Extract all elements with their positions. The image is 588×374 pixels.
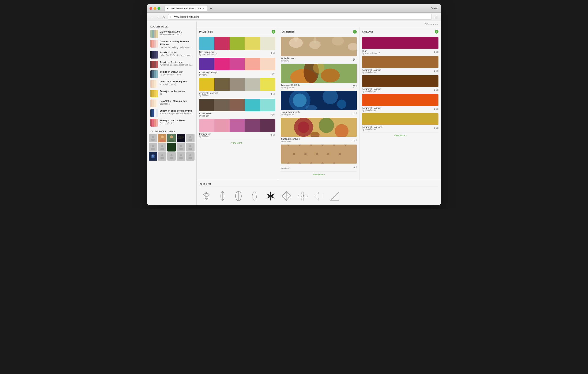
svg-point-68 (304, 153, 306, 155)
minimize-button[interactable] (154, 7, 156, 10)
peek-item[interactable]: Trixxie on usted Hello, Tirzah! Great to… (149, 50, 195, 60)
pattern-comment-count: 💬 0 (353, 85, 357, 87)
shapes-title: SHAPES (200, 183, 438, 187)
color-swatch (362, 75, 439, 87)
refresh-button[interactable]: ↻ (162, 14, 167, 20)
svg-point-16 (152, 145, 154, 147)
pattern-image (281, 64, 357, 83)
avatar[interactable] (149, 152, 157, 160)
peek-item[interactable]: rv.nv123 on Morning Sun Beautiful! ;) (149, 98, 195, 108)
palette-card[interactable]: In the Wake by TiffParr 💬 0 (199, 99, 275, 117)
avatar[interactable] (186, 143, 195, 151)
forward-button[interactable]: → (156, 14, 160, 20)
pattern-card[interactable]: . by atriarief 💬 0 (281, 145, 357, 169)
peek-thumbnail (150, 70, 158, 78)
avatar[interactable] (186, 134, 195, 142)
avatar[interactable] (167, 143, 176, 151)
pattern-card[interactable]: White Bunnies by ghake 💬 1 (281, 37, 357, 62)
pattern-card[interactable]: Autumnal Goldfish by MistyAamen 💬 0 (281, 64, 357, 89)
peek-desc: Awesome! Looks so great with that pale g… (160, 64, 193, 66)
svg-point-14 (189, 136, 191, 138)
avatar-icon (177, 134, 185, 142)
avatar[interactable] (167, 152, 176, 160)
svg-point-27 (152, 155, 152, 156)
peek-item[interactable]: SuezQ on crisp cold morning For the stro… (149, 108, 195, 118)
avatar[interactable] (177, 152, 185, 160)
palette-author: by TiffParr (199, 94, 218, 96)
palettes-section: PALETTES + Sea dreaming by joannesimpson… (197, 27, 278, 180)
colors-view-more[interactable]: View More › (362, 132, 439, 139)
palette-name: Sea dreaming (199, 51, 217, 53)
palettes-add-button[interactable]: + (272, 30, 275, 34)
pattern-card[interactable]: Going Swimmingly by MistyAamen 💬 0 (281, 91, 357, 116)
back-button[interactable]: ← (149, 14, 154, 20)
patterns-view-more[interactable]: View More › (281, 171, 357, 178)
tab-bar: ♥ Color Trends + Palettes :: COL ✕ (165, 5, 214, 11)
color-card[interactable]: Autumnal Goldfish• by MistyAamen 💬 0 (362, 56, 439, 74)
tab-title: Color Trends + Palettes :: COL (170, 7, 201, 10)
peek-item[interactable]: rv.nv123 on Morning Sun Your welcome! =) (149, 79, 195, 89)
palette-card[interactable]: In the Sky Tonight by rochu 💬 0 (199, 58, 275, 76)
palette-comment-count: 💬 0 (271, 52, 275, 54)
peek-item[interactable]: Catonecca on Day Dreamer Ribbons Use thi… (149, 39, 195, 50)
pattern-author: by ghake (281, 60, 296, 62)
shape-flower[interactable] (296, 190, 309, 203)
svg-point-31 (170, 157, 173, 159)
pattern-card[interactable]: bianca amoureuse by renniecat 💬 0 (281, 118, 357, 142)
avatar[interactable] (149, 143, 157, 151)
peek-item[interactable]: Trixxie on Excitement Awesome! Looks so … (149, 60, 195, 69)
colors-add-button[interactable]: + (435, 30, 439, 34)
maximize-button[interactable] (158, 7, 160, 10)
peek-item[interactable]: Catonecca on 1 9 8 7 Nice~! Love the col… (149, 29, 195, 39)
avatar[interactable] (158, 152, 167, 160)
color-author: by MistyAamen (362, 109, 381, 112)
avatar[interactable] (186, 152, 195, 160)
peek-text: Trixxie on usted Hello, Tirzah! Great to… (160, 51, 193, 57)
peek-text: rv.nv123 on Morning Sun Your welcome! =) (160, 80, 193, 86)
avatar[interactable] (149, 134, 157, 142)
shape-leaf-narrow[interactable] (216, 190, 229, 203)
peek-text: Catonecca on 1 9 8 7 Nice~! Love the col… (160, 30, 193, 36)
palette-swatch (199, 99, 275, 111)
color-swatch (362, 113, 439, 125)
color-card[interactable]: Autumnal Goldfish◦ by MistyAamen 💬 0 (362, 75, 439, 93)
palette-card[interactable]: Sea dreaming by joannesimpson3 💬 0 (199, 37, 275, 55)
peek-item[interactable]: Trixxie on Ocean Mist I super love this,… (149, 69, 195, 79)
palettes-list: Sea dreaming by joannesimpson3 💬 0 In th… (199, 37, 275, 138)
avatar[interactable] (158, 134, 167, 142)
peek-item[interactable]: SuezQ on amber waves :D (149, 89, 195, 98)
color-card[interactable]: Autumnal Goldfish by MistyAamen 💬 0 (362, 94, 439, 112)
avatar[interactable] (177, 134, 185, 142)
patterns-add-button[interactable]: + (353, 30, 357, 34)
svg-point-8 (170, 135, 173, 139)
avatar[interactable] (177, 143, 185, 151)
palette-card[interactable]: forgiveness by TiffParr 💬 0 (199, 119, 275, 138)
palettes-view-more[interactable]: View More › (199, 140, 275, 146)
new-tab-button[interactable] (208, 5, 214, 11)
pattern-image (281, 145, 357, 163)
palette-card[interactable]: overcast Sunshine by TiffParr 💬 0 (199, 78, 275, 96)
comment-count: 2 Comments (425, 23, 438, 25)
shape-arrow-left[interactable] (312, 190, 325, 203)
shape-cross-diamond[interactable] (280, 190, 293, 203)
palette-author: by TiffParr (199, 135, 211, 138)
address-bar[interactable]: ◯ www.colourlovers.com (168, 14, 432, 20)
comment-icon: 💬 (434, 51, 437, 53)
more-options-icon[interactable]: ⋮ (433, 14, 439, 20)
shape-leaf-wide[interactable] (232, 190, 245, 203)
active-tab[interactable]: ♥ Color Trends + Palettes :: COL ✕ (165, 6, 207, 11)
color-card[interactable]: Autumnal Goldfish♥ by MistyAamen 💬 0 (362, 113, 439, 131)
close-button[interactable] (149, 7, 152, 10)
avatar[interactable] (167, 134, 176, 142)
shape-dragonfly[interactable] (200, 190, 213, 203)
shape-oval[interactable] (248, 190, 261, 203)
shape-triangle-outline[interactable] (328, 190, 341, 203)
peek-item[interactable]: SuezQ on Bed of Roses So pretty! <3. (: (149, 118, 195, 128)
peek-text: rv.nv123 on Morning Sun Beautiful! ;) (160, 99, 193, 105)
svg-point-67 (293, 153, 295, 155)
shape-star-8[interactable] (264, 190, 277, 203)
avatar[interactable] (158, 143, 167, 151)
tab-close-icon[interactable]: ✕ (203, 7, 204, 10)
svg-point-70 (327, 153, 329, 155)
color-card[interactable]: plum by joannesimpson3 💬 0 (362, 37, 439, 54)
